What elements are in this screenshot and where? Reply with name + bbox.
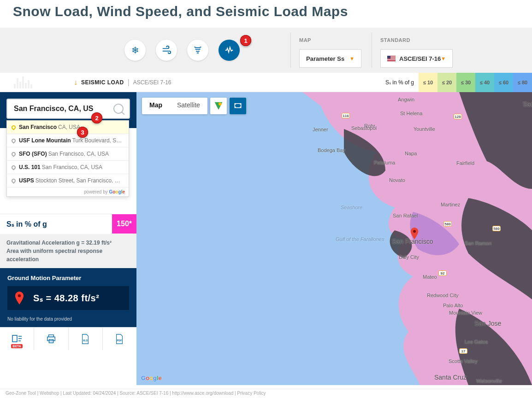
- scale-chip: ≤ 40: [475, 73, 494, 92]
- map-param-label: MAP: [299, 37, 361, 43]
- snow-icon[interactable]: ❄: [124, 40, 146, 61]
- search-box[interactable]: [6, 99, 130, 119]
- bars-decoration-icon: [14, 76, 32, 88]
- sidebar: San FranciscoCA, USAUSF Lone MountainTur…: [0, 92, 136, 385]
- map-place-label: San Rafael: [393, 213, 418, 218]
- route-shield-icon: 17: [459, 348, 467, 354]
- result-value-badge: 150*: [112, 214, 136, 234]
- search-icon[interactable]: [113, 104, 124, 114]
- svg-rect-4: [49, 339, 53, 342]
- map-place-label: Scotts Valley: [449, 358, 478, 364]
- ground-motion-panel: Ground Motion Parameter Sₛ = 48.28 ft/s²…: [0, 268, 136, 327]
- map-place-label: Sac: [523, 100, 532, 108]
- map-place-label: Novato: [389, 177, 405, 183]
- map-place-label: San Francisco: [392, 238, 433, 245]
- map-place-label: Yountville: [414, 126, 435, 132]
- autocomplete-item[interactable]: SFO (SFO)San Francisco, CA, USA: [7, 147, 129, 161]
- svg-text:PDF: PDF: [117, 339, 123, 341]
- map-canvas[interactable]: Map Satellite Google JennerBodega BayAng…: [136, 92, 532, 385]
- autocomplete-item[interactable]: U.S. 101San Francisco, CA, USA: [7, 161, 129, 174]
- scale-chip: ≤ 60: [494, 73, 513, 92]
- scale-chip: ≤ 30: [456, 73, 475, 92]
- autocomplete-item[interactable]: San FranciscoCA, USA: [7, 121, 129, 134]
- map-place-label: Rohr: [364, 123, 375, 129]
- search-input[interactable]: [13, 104, 113, 113]
- callout-badge: 3: [77, 127, 88, 138]
- wind-icon[interactable]: [156, 40, 177, 61]
- svg-rect-1: [12, 335, 17, 342]
- map-place-label: Bodega Bay: [318, 147, 345, 153]
- map-place-label: Palo Alto: [443, 303, 463, 308]
- down-arrow-icon: ↓: [74, 78, 77, 87]
- tornado-icon[interactable]: [187, 40, 208, 61]
- svg-point-9: [413, 230, 416, 233]
- map-place-label: Mountain View: [449, 310, 482, 316]
- map-place-label: Fairfield: [456, 160, 474, 166]
- page-title: Snow Load, Wind Speed, and Seismic Load …: [13, 4, 532, 19]
- legend-bar: ↓ SEISMIC LOAD | ASCE/SEI 7-16 Sₛ in % o…: [0, 73, 532, 92]
- route-shield-icon: 128: [454, 114, 462, 119]
- map-place-label: Los Gatos: [465, 339, 488, 345]
- map-place-label: Watsonville: [476, 378, 502, 384]
- map-place-label: Santa Cruz: [434, 374, 467, 381]
- xls-export-button[interactable]: XLS: [69, 328, 103, 350]
- map-place-label: St Helena: [400, 111, 422, 116]
- google-logo: Google: [141, 375, 162, 381]
- scale-unit-label: Sₛ in % of g: [385, 79, 414, 86]
- callout-badge: 2: [91, 112, 102, 123]
- callout-badge: 1: [240, 35, 251, 46]
- svg-rect-3: [47, 337, 55, 340]
- scale-chip: ≤ 10: [419, 73, 437, 92]
- print-button[interactable]: [34, 328, 68, 350]
- map-place-label: Seashore: [341, 205, 362, 210]
- map-place-label: Mateo: [423, 274, 437, 280]
- us-flag-icon: [387, 56, 396, 61]
- route-shield-icon: 580: [443, 221, 452, 227]
- map-param-select[interactable]: Parameter Ss▼: [299, 49, 361, 68]
- result-note: Gravitational Acceleration g = 32.19 ft/…: [0, 234, 136, 268]
- ground-motion-value: Sₛ = 48.28 ft/s²: [33, 293, 99, 304]
- svg-text:XLS: XLS: [83, 339, 88, 341]
- map-place-label: Redwood City: [427, 293, 458, 298]
- streetview-button[interactable]: [210, 98, 227, 114]
- map-place-label: Martinez: [441, 202, 460, 207]
- marker-icon: [15, 292, 24, 304]
- route-shield-icon: 580: [492, 226, 501, 231]
- autocomplete-item[interactable]: USF Lone MountainTurk Boulevard, San Fra…: [7, 134, 129, 147]
- fullscreen-button[interactable]: [230, 98, 246, 114]
- pdf-export-button[interactable]: PDF: [103, 328, 136, 350]
- result-header: Sₛ in % of g 150*: [0, 214, 136, 234]
- export-toolbar: BETA XLS PDF: [0, 327, 136, 350]
- disclaimer-text: No liability for the data provided: [7, 316, 129, 322]
- standard-select[interactable]: ASCE/SEI 7-16▼: [380, 49, 453, 68]
- map-place-label: Napa: [405, 151, 417, 156]
- footer-text: Geo-Zone Tool | Webshop | Last Updated: …: [0, 389, 532, 398]
- svg-point-7: [219, 103, 222, 106]
- route-shield-icon: 116: [342, 113, 350, 118]
- map-place-label: Angwin: [398, 97, 414, 102]
- map-place-label: Gulf of the Farallones: [336, 236, 384, 242]
- autocomplete-dropdown: San FranciscoCA, USAUSF Lone MountainTur…: [6, 120, 129, 197]
- map-place-label: Daly City: [399, 254, 419, 260]
- section-export-button[interactable]: BETA: [0, 328, 34, 350]
- map-place-label: Jenner: [313, 127, 328, 132]
- autocomplete-item[interactable]: USPSStockton Street, San Francisco, CA, …: [7, 174, 129, 187]
- svg-rect-2: [48, 334, 53, 337]
- standard-label: STANDARD: [380, 37, 453, 43]
- map-place-label: Petaluma: [374, 160, 395, 165]
- map-place-label: San Jose: [474, 320, 501, 327]
- svg-point-0: [18, 294, 21, 298]
- satellite-tab[interactable]: Satellite: [170, 98, 207, 114]
- scale-chip: ≤ 80: [513, 73, 532, 92]
- load-type-label: SEISMIC LOAD: [81, 79, 124, 86]
- route-shield-icon: 92: [438, 270, 447, 276]
- selector-bar: ❄ MAP Parameter Ss▼ STANDARD ASCE/SEI 7-…: [0, 28, 532, 73]
- seismic-icon[interactable]: [219, 40, 240, 61]
- load-standard-label: ASCE/SEI 7-16: [133, 79, 171, 86]
- scale-chip: ≤ 20: [437, 73, 456, 92]
- map-tab[interactable]: Map: [142, 98, 170, 114]
- map-place-label: San Ramon: [465, 240, 491, 246]
